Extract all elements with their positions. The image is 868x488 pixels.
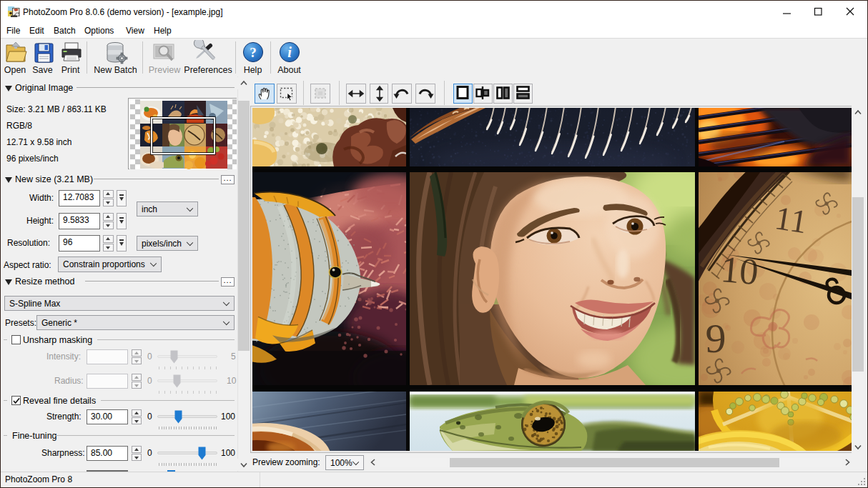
svg-text:?: ?: [250, 45, 257, 60]
svg-text:i: i: [287, 44, 292, 60]
svg-text:10: 10: [719, 249, 760, 292]
svg-text:11: 11: [773, 199, 810, 240]
svg-text:9: 9: [706, 315, 726, 362]
